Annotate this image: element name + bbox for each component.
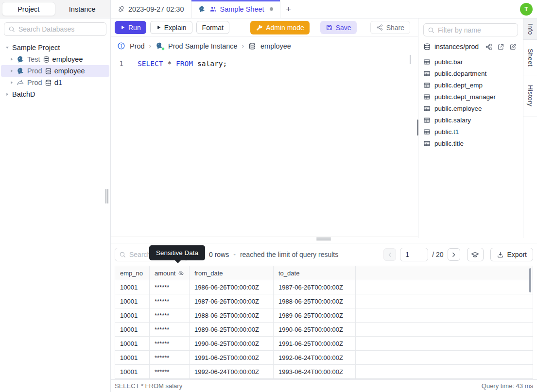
environment-label: Test (27, 55, 40, 63)
column-header-emp-no[interactable]: emp_no (115, 266, 150, 280)
table-list-item[interactable]: public.t1 (423, 126, 518, 137)
sidebar-resize-handle[interactable] (105, 189, 109, 204)
cell-amount-masked[interactable]: ****** (150, 323, 190, 337)
table-name: public.title (434, 140, 464, 147)
cell-from-date[interactable]: 1986-06-26T00:00:00Z (190, 280, 274, 294)
schema-diagram-icon[interactable] (485, 43, 492, 51)
tab-query-history[interactable]: 2023-09-27 02:30 (111, 0, 191, 18)
column-header-to-date[interactable]: to_date (274, 266, 356, 280)
cell-emp-no[interactable]: 10001 (115, 280, 150, 294)
play-icon (120, 25, 125, 30)
user-avatar[interactable]: T (520, 3, 533, 16)
rail-tab-info[interactable]: Info (523, 18, 537, 40)
filter-by-name-input[interactable] (423, 23, 518, 36)
cell-to-date[interactable]: 1992-06-24T00:00:00Z (274, 351, 356, 365)
cell-emp-no[interactable]: 10001 (115, 351, 150, 365)
data-masking-button[interactable] (467, 248, 484, 261)
editor-tab-bar: 2023-09-27 02:30 Sample Sheet + T (111, 0, 537, 18)
eye-off-icon[interactable] (178, 270, 184, 276)
tab-sample-sheet[interactable]: Sample Sheet (191, 0, 280, 18)
result-row[interactable]: 10001 ****** 1989-06-25T00:00:00Z 1990-0… (115, 323, 533, 337)
cell-emp-no[interactable]: 10001 (115, 337, 150, 351)
cell-from-date[interactable]: 1988-06-25T00:00:00Z (190, 308, 274, 323)
cell-to-date[interactable]: 1987-06-26T00:00:00Z (274, 280, 356, 294)
tree-item-test-employee[interactable]: Test employee (1, 53, 109, 65)
cell-from-date[interactable]: 1989-06-25T00:00:00Z (190, 323, 274, 337)
rail-tab-sheet[interactable]: Sheet (523, 40, 537, 75)
result-row[interactable]: 10001 ****** 1992-06-24T00:00:00Z 1993-0… (115, 365, 533, 379)
cell-emp-no[interactable]: 10001 (115, 294, 150, 308)
column-header-amount[interactable]: amount (150, 266, 190, 280)
cell-amount-masked[interactable]: ****** (150, 351, 190, 365)
external-link-icon[interactable] (497, 43, 504, 51)
breadcrumb-environment[interactable]: Prod (130, 42, 145, 50)
column-header-from-date[interactable]: from_date (190, 266, 274, 280)
cell-from-date[interactable]: 1991-06-25T00:00:00Z (190, 351, 274, 365)
next-page-button[interactable] (448, 248, 460, 261)
cell-to-date[interactable]: 1993-06-24T00:00:00Z (274, 365, 356, 379)
panel-resize-grip[interactable] (417, 119, 418, 136)
result-row[interactable]: 10001 ****** 1987-06-26T00:00:00Z 1988-0… (115, 294, 533, 308)
tree-item-batchd[interactable]: BatchD (1, 88, 109, 100)
table-list-item[interactable]: public.department (423, 68, 518, 79)
edit-icon[interactable] (509, 43, 517, 51)
tab-project[interactable]: Project (2, 2, 55, 16)
tree-item-prod-d1[interactable]: Prod d1 (1, 77, 109, 88)
tree-item-prod-employee[interactable]: Prod employee (1, 65, 109, 77)
sql-star: * (167, 60, 172, 68)
breadcrumb-instance[interactable]: Prod Sample Instance (168, 42, 238, 50)
cell-to-date[interactable]: 1989-06-25T00:00:00Z (274, 308, 356, 323)
results-resize-handle[interactable] (316, 238, 331, 241)
cell-amount-masked[interactable]: ****** (150, 294, 190, 308)
cell-amount-masked[interactable]: ****** (150, 365, 190, 379)
share-button[interactable]: Share (370, 21, 410, 34)
cell-emp-no[interactable]: 10001 (115, 323, 150, 337)
cell-to-date[interactable]: 1988-06-25T00:00:00Z (274, 294, 356, 308)
result-row[interactable]: 10001 ****** 1990-06-25T00:00:00Z 1991-0… (115, 337, 533, 351)
cell-from-date[interactable]: 1992-06-24T00:00:00Z (190, 365, 274, 379)
table-list-item[interactable]: public.dept_emp (423, 79, 518, 91)
cell-from-date[interactable]: 1990-06-25T00:00:00Z (190, 337, 274, 351)
run-button[interactable]: Run (115, 21, 146, 34)
filter-by-name-field[interactable] (438, 26, 514, 34)
cell-amount-masked[interactable]: ****** (150, 337, 190, 351)
export-button[interactable]: Export (490, 248, 533, 261)
format-button[interactable]: Format (196, 21, 229, 34)
instance-engine-icon (156, 42, 164, 50)
editor-scrollbar[interactable] (410, 55, 411, 64)
database-name: employee (52, 55, 83, 63)
results-scrollbar[interactable] (529, 268, 531, 292)
search-databases-input[interactable] (4, 22, 106, 36)
search-databases-field[interactable] (18, 25, 102, 33)
cell-amount-masked[interactable]: ****** (150, 280, 190, 294)
cell-from-date[interactable]: 1987-06-26T00:00:00Z (190, 294, 274, 308)
tab-instance[interactable]: Instance (56, 2, 109, 16)
explain-button[interactable]: Explain (150, 21, 192, 34)
admin-mode-button[interactable]: Admin mode (250, 21, 310, 34)
table-list-item[interactable]: public.bar (423, 56, 518, 68)
sql-code-editor[interactable]: 1 SELECT*FROMsalary; (111, 55, 418, 233)
cell-to-date[interactable]: 1991-06-25T00:00:00Z (274, 337, 356, 351)
result-row[interactable]: 10001 ****** 1988-06-25T00:00:00Z 1989-0… (115, 308, 533, 323)
wrench-icon (256, 24, 263, 31)
page-number-input[interactable] (400, 248, 428, 261)
tree-item-sample-project[interactable]: Sample Project (1, 42, 109, 53)
cell-emp-no[interactable]: 10001 (115, 365, 150, 379)
save-button[interactable]: Save (320, 21, 357, 34)
rail-tab-history[interactable]: History (523, 75, 537, 117)
cell-to-date[interactable]: 1990-06-25T00:00:00Z (274, 323, 356, 337)
info-circle-icon[interactable] (117, 42, 125, 50)
breadcrumb-database[interactable]: employee (260, 42, 291, 50)
table-list-item[interactable]: public.employee (423, 102, 518, 114)
result-row[interactable]: 10001 ****** 1991-06-25T00:00:00Z 1992-0… (115, 351, 533, 365)
table-list-item[interactable]: public.salary (423, 114, 518, 126)
new-tab-button[interactable]: + (280, 0, 297, 18)
play-icon (156, 25, 161, 30)
result-row[interactable]: 10001 ****** 1986-06-26T00:00:00Z 1987-0… (115, 280, 533, 294)
table-list-item[interactable]: public.title (423, 137, 518, 149)
cell-amount-masked[interactable]: ****** (150, 308, 190, 323)
sql-keyword: FROM (176, 60, 193, 68)
prev-page-button[interactable] (383, 248, 396, 261)
cell-emp-no[interactable]: 10001 (115, 308, 150, 323)
table-list-item[interactable]: public.dept_manager (423, 91, 518, 102)
